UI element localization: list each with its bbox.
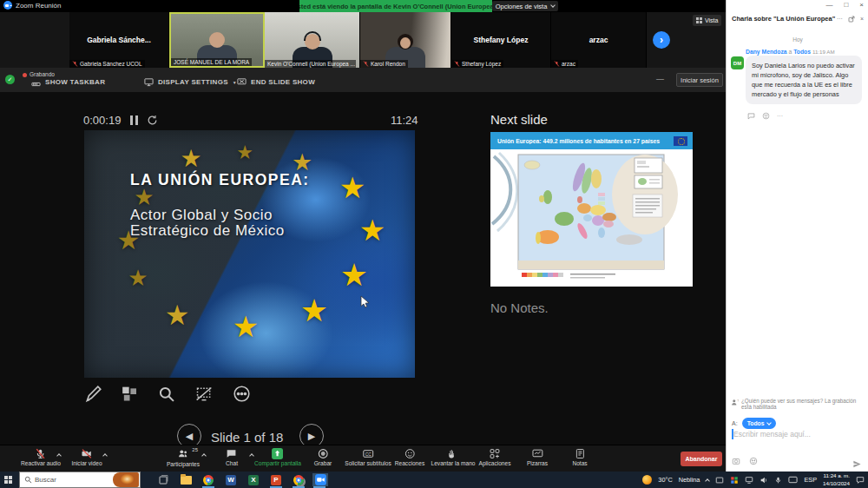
zoom-taskbar-icon[interactable] (312, 473, 328, 486)
share-screen-button[interactable]: Compartir pantalla (254, 448, 301, 466)
slide-counter: Slide 1 of 18 (211, 430, 283, 445)
black-screen-icon[interactable] (194, 386, 214, 403)
sign-in-button[interactable]: Iniciar sesión (676, 73, 723, 87)
weather-desc[interactable]: Neblina (679, 476, 700, 484)
unmute-button[interactable]: Reactivar audio (21, 448, 61, 466)
record-button[interactable]: Grabar (314, 448, 332, 466)
participants-button[interactable]: 25 Participantes (167, 448, 200, 467)
notes-button[interactable]: Notas (572, 448, 587, 466)
participant-tile-kevin[interactable]: Kevin O'Connell (Union Europea ... (265, 12, 360, 68)
start-button[interactable] (4, 476, 12, 484)
minimize-toolbar-button[interactable]: — (656, 75, 664, 83)
word-icon[interactable]: W (224, 473, 238, 486)
search-highlight-image[interactable] (113, 472, 139, 487)
weather-temp[interactable]: 30°C (658, 476, 672, 484)
participant-tile-karol[interactable]: Karol Rendon (360, 12, 451, 68)
participants-icon (177, 448, 189, 459)
file-explorer-icon[interactable] (179, 473, 193, 486)
pause-timer-button[interactable] (130, 115, 138, 125)
search-input[interactable] (35, 476, 113, 484)
taskbar-icon (31, 77, 41, 87)
pen-tool-icon[interactable] (84, 386, 102, 403)
taskbar-clock[interactable]: 11:24 a. m. 14/10/2024 (823, 472, 850, 487)
share-screen-icon (273, 448, 284, 459)
view-layout-button[interactable]: Vista (693, 15, 721, 26)
participant-tile-sthefany[interactable]: Sthefany López Sthefany López (451, 12, 551, 68)
zoom-slide-icon[interactable] (158, 386, 175, 403)
smiley-icon (404, 448, 415, 459)
hidden-icons-chevron[interactable] (706, 478, 711, 484)
next-slide-thumbnail[interactable]: Unión Europea: 449.2 millones de habitan… (490, 132, 693, 287)
recording-dot-icon (23, 73, 27, 77)
show-taskbar-button[interactable]: SHOW TASKBAR (31, 77, 105, 87)
excel-icon[interactable]: X (247, 473, 260, 486)
muted-mic-icon (72, 61, 78, 67)
see-all-slides-icon[interactable] (121, 386, 139, 403)
chat-more-icon[interactable]: ··· (837, 16, 843, 22)
tray-window-icon[interactable] (715, 476, 724, 485)
restart-timer-button[interactable] (147, 114, 158, 129)
next-participants-button[interactable]: › (653, 31, 670, 49)
current-slide[interactable]: ★ ★ ★ ★ ★ ★ ★ ★ ★ ★ ★ ★ LA UNIÓN EUROPEA… (84, 130, 415, 378)
chat-close-button[interactable]: × (859, 1, 864, 9)
chat-panel-close-icon[interactable]: × (860, 16, 864, 22)
more-options-icon[interactable] (233, 385, 251, 403)
chevron-down-icon (550, 3, 556, 8)
chat-message-bubble[interactable]: Soy Daniela Larios no puedo activar mi m… (746, 56, 862, 104)
tray-mic-icon[interactable] (774, 476, 782, 485)
system-tray: 30°C Neblina ESP 11:24 a. m. 14/10/2024 (642, 472, 868, 488)
raise-hand-button[interactable]: Levantar la mano (431, 448, 476, 466)
chat-title: Charla sobre "La Unión Europea" (732, 15, 837, 23)
reply-icon[interactable] (747, 112, 755, 120)
view-options-button[interactable]: Opciones de vista (492, 1, 558, 11)
chrome-profile-icon[interactable] (292, 473, 306, 486)
message-more-icon[interactable]: ··· (777, 113, 783, 119)
participants-options-chevron[interactable] (201, 453, 207, 458)
chat-maximize-button[interactable]: □ (844, 1, 848, 9)
taskbar-search[interactable] (19, 472, 141, 488)
chat-options-chevron[interactable] (249, 453, 254, 458)
touch-keyboard-icon[interactable] (788, 476, 798, 484)
video-options-chevron[interactable] (102, 453, 108, 458)
chat-minimize-button[interactable]: — (825, 1, 832, 9)
presenter-toolbar: ✓ Grabando SHOW TASKBAR DISPLAY SETTINGS… (0, 68, 726, 92)
start-video-button[interactable]: Iniciar video (71, 448, 102, 466)
date-divider: Hoy (727, 36, 868, 43)
powerpoint-icon[interactable]: P (269, 473, 283, 486)
slide-title: LA UNIÓN EUROPEA: (130, 171, 310, 189)
action-center-icon[interactable] (856, 476, 865, 485)
presenter-tools (84, 385, 251, 403)
chrome-icon[interactable] (201, 473, 215, 486)
captions-button[interactable]: CC Solicitar subtítulos (345, 448, 391, 466)
presenter-view: 0:00:19 11:24 ★ ★ ★ ★ ★ ★ ★ ★ ★ ★ ★ ★ LA… (0, 92, 726, 472)
speaker-icon[interactable] (760, 476, 768, 485)
participant-tile-arzac[interactable]: arzac arzac (551, 12, 647, 68)
participant-tile-jose[interactable]: JOSÉ MANUEL DE LA MORA (169, 12, 265, 68)
add-reaction-icon[interactable] (762, 112, 770, 120)
message-recipient[interactable]: Todos (793, 49, 811, 55)
language-indicator[interactable]: ESP (804, 476, 817, 484)
apps-button[interactable]: Aplicaciones (478, 448, 510, 466)
recipient-selector[interactable]: Todos (742, 418, 776, 429)
network-icon[interactable] (745, 476, 753, 485)
participant-tile-gabriela[interactable]: Gabriela Sánche... Gabriela Sánchez UCOL (69, 12, 169, 68)
display-settings-button[interactable]: DISPLAY SETTINGS ▼ (144, 77, 237, 87)
pop-out-icon[interactable] (848, 16, 855, 23)
leave-meeting-button[interactable]: Abandonar (681, 452, 722, 466)
video-strip: Gabriela Sánche... Gabriela Sánchez UCOL… (0, 12, 726, 68)
reactions-button[interactable]: Reacciones (395, 448, 424, 466)
tray-color-app-icon[interactable] (730, 476, 739, 485)
message-time: 11:19 AM (812, 49, 835, 55)
send-icon[interactable] (852, 459, 862, 469)
emoji-icon[interactable] (749, 457, 758, 465)
end-slide-show-button[interactable]: END SLIDE SHOW (237, 77, 315, 87)
app-title: Zoom Reunión (16, 2, 61, 10)
weather-icon[interactable] (642, 475, 652, 485)
chat-message-input[interactable] (733, 430, 862, 439)
message-sender[interactable]: Dany Mendoza (746, 49, 787, 55)
eu-star-icon: ★ (165, 301, 190, 329)
whiteboards-button[interactable]: Pizarras (527, 448, 548, 466)
task-view-button[interactable] (156, 473, 170, 486)
chat-button[interactable]: Chat (226, 448, 238, 466)
screenshot-icon[interactable] (732, 457, 740, 465)
